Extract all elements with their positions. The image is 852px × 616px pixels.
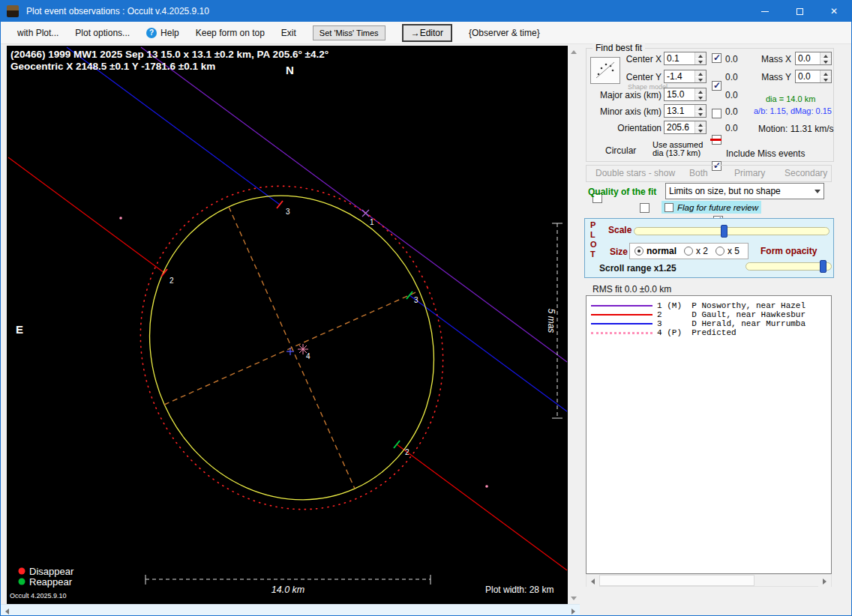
spin-down-icon[interactable] — [820, 59, 831, 65]
center-x-label: Center X — [582, 54, 662, 64]
include-miss-events-label: Include Miss events — [726, 148, 805, 159]
spin-down-icon[interactable] — [820, 77, 831, 83]
marker-label-2d: 2 — [170, 277, 174, 285]
fit-center-y-checkbox[interactable] — [712, 81, 722, 91]
plot-horizontal-scrollbar[interactable] — [1, 604, 580, 616]
axis-ratio-info: a/b: 1.15, dMag: 0.15 — [754, 106, 832, 115]
orientation-spinner[interactable]: 205.6 — [664, 121, 706, 134]
double-stars-secondary-label: Secondary — [784, 168, 827, 178]
quality-of-fit-value: Limits on size, but no shape — [666, 186, 811, 196]
spin-up-icon[interactable] — [820, 70, 831, 77]
size-x5-radio[interactable] — [716, 247, 724, 256]
spin-down-icon[interactable] — [695, 128, 706, 134]
reappear-legend-label: Reappear — [29, 576, 73, 588]
mass-x-spinner[interactable]: 0.0 — [795, 52, 832, 65]
fit-center-x-checkbox[interactable] — [712, 53, 722, 63]
scale-slider-track[interactable] — [634, 227, 830, 235]
menu-help[interactable]: ? Help — [146, 28, 179, 38]
observer-time-button[interactable]: {Observer & time} — [469, 28, 540, 38]
maximize-button[interactable] — [782, 1, 817, 22]
spin-up-icon[interactable] — [695, 52, 706, 59]
size-x5-label: x 5 — [728, 246, 740, 256]
editor-button[interactable]: →Editor — [402, 24, 452, 42]
list-scroll-right-button[interactable] — [818, 575, 831, 588]
plot-vertical-scrollbar[interactable] — [568, 46, 580, 604]
spin-down-icon[interactable] — [695, 112, 706, 118]
spinner-buttons — [694, 105, 706, 117]
mas-scale-label: 5 mas — [546, 309, 556, 333]
plot-width-label: Plot width: 28 km — [485, 585, 554, 595]
size-option-x5[interactable]: x 5 — [716, 246, 740, 256]
chord-2-legend-line — [591, 314, 652, 315]
spin-down-icon[interactable] — [695, 77, 706, 83]
menu-exit[interactable]: Exit — [281, 28, 296, 38]
scroll-left-button[interactable] — [1, 605, 14, 616]
scroll-up-button[interactable] — [568, 46, 580, 58]
observation-row[interactable]: 3 D Herald, near Murrumba — [586, 319, 831, 328]
spin-up-icon[interactable] — [695, 88, 706, 95]
occultation-plot-canvas[interactable]: 3 1 2 3 4 2 (20466) 1999 MW1 2025 Sep 13… — [7, 46, 568, 604]
listbox-horizontal-scrollbar[interactable] — [586, 574, 832, 587]
form-opacity-slider-thumb[interactable] — [820, 260, 826, 273]
listbox-scrollbar-thumb[interactable] — [599, 575, 754, 586]
major-rms: 0.0 — [725, 90, 738, 100]
menu-keep-on-top[interactable]: Keep form on top — [196, 28, 265, 38]
observation-row[interactable]: 4 (P) Predicted — [586, 328, 831, 337]
marker-label-3r: 3 — [414, 296, 418, 304]
scroll-down-icon — [571, 597, 577, 600]
spin-down-icon[interactable] — [695, 59, 706, 65]
mass-x-value: 0.0 — [796, 52, 820, 64]
size-option-x2[interactable]: x 2 — [684, 246, 708, 256]
observation-row[interactable]: 1 (M) P Nosworthy, near Hazel — [586, 301, 831, 310]
scroll-range-label: Scroll range x1.25 — [599, 263, 676, 274]
predicted-path-dot — [485, 485, 488, 488]
predicted-path-dot — [119, 217, 122, 220]
spinner-buttons — [694, 52, 706, 64]
spinner-buttons — [694, 70, 706, 82]
marker-label-1: 1 — [370, 218, 374, 226]
spin-down-icon[interactable] — [695, 95, 706, 101]
size-option-normal[interactable]: normal — [634, 246, 676, 256]
close-button[interactable]: ✕ — [817, 1, 851, 22]
size-x2-label: x 2 — [696, 246, 708, 256]
use-assumed-dia-checkbox[interactable] — [640, 203, 650, 213]
help-icon: ? — [146, 28, 157, 38]
menu-help-label: Help — [160, 28, 179, 38]
minor-axis-spinner[interactable]: 13.1 — [664, 104, 706, 118]
close-icon: ✕ — [830, 7, 838, 16]
center-y-spinner[interactable]: -1.4 — [664, 70, 706, 83]
diameter-info: dia = 14.0 km — [766, 94, 815, 103]
double-stars-both-label: Both — [689, 168, 708, 178]
set-miss-times-button[interactable]: Set 'Miss' Times — [313, 25, 386, 40]
combo-dropdown-icon[interactable] — [811, 184, 824, 199]
disappear-legend-dot — [19, 568, 26, 575]
fit-major-checkbox[interactable] — [712, 109, 722, 118]
orientation-label: Orientation — [582, 123, 662, 133]
size-x2-radio[interactable] — [684, 247, 693, 256]
menu-with-plot[interactable]: with Plot... — [17, 28, 58, 38]
spin-up-icon[interactable] — [695, 70, 706, 77]
list-scroll-left-button[interactable] — [586, 575, 599, 588]
spin-up-icon[interactable] — [695, 105, 706, 112]
form-opacity-slider-track[interactable] — [746, 262, 832, 271]
minimize-icon — [761, 11, 769, 12]
minor-rms: 0.0 — [725, 106, 738, 117]
scroll-right-button[interactable] — [567, 605, 580, 616]
flag-review-wrap: Flag for future review — [662, 201, 761, 214]
center-y-rms: 0.0 — [725, 72, 738, 82]
spin-up-icon[interactable] — [695, 121, 706, 128]
scroll-down-button[interactable] — [568, 592, 580, 604]
center-x-spinner[interactable]: 0.1 — [664, 52, 706, 65]
menu-plot-options[interactable]: Plot options... — [75, 28, 130, 38]
major-axis-spinner[interactable]: 15.0 — [664, 88, 706, 101]
mass-y-spinner[interactable]: 0.0 — [795, 70, 832, 83]
flag-review-checkbox[interactable] — [664, 203, 674, 212]
quality-of-fit-combo[interactable]: Limits on size, but no shape — [665, 183, 824, 199]
size-normal-radio[interactable] — [634, 247, 644, 256]
scale-slider-thumb[interactable] — [721, 225, 728, 238]
minimize-button[interactable] — [748, 1, 782, 22]
quality-of-fit-label: Quality of the fit — [588, 187, 656, 197]
spin-up-icon[interactable] — [820, 52, 831, 59]
observations-listbox[interactable]: 1 (M) P Nosworthy, near Hazel 2 D Gault,… — [586, 295, 832, 574]
observation-row[interactable]: 2 D Gault, near Hawkesbur — [586, 310, 831, 319]
